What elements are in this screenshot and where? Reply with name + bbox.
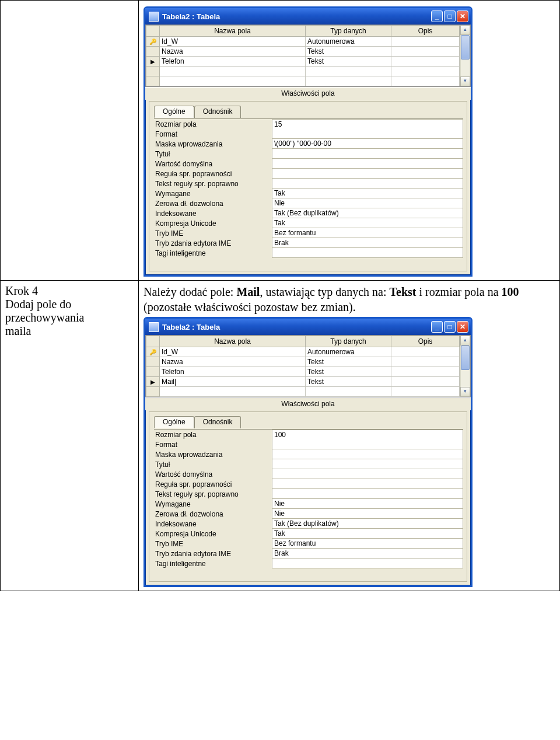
scroll-up-icon[interactable]: ▴	[460, 336, 470, 345]
cell-desc[interactable]	[391, 367, 460, 377]
property-value[interactable]	[272, 129, 463, 139]
cell-name[interactable]: Mail|	[160, 377, 306, 387]
cell-desc[interactable]	[391, 76, 460, 86]
col-header-0[interactable]: Nazwa pola	[160, 26, 306, 37]
property-row[interactable]: Maska wprowadzania	[154, 449, 463, 459]
row-selector[interactable]	[146, 67, 160, 76]
row-selector[interactable]: ▶	[146, 377, 160, 387]
cell-name[interactable]: Id_W	[160, 347, 306, 357]
cell-type[interactable]: Autonumerowa	[306, 37, 391, 47]
cell-name[interactable]	[160, 76, 306, 86]
cell-type[interactable]	[306, 387, 391, 397]
property-value[interactable]: Brak	[272, 549, 463, 559]
property-value[interactable]	[272, 469, 463, 479]
property-row[interactable]: Tytuł	[154, 459, 463, 469]
maximize-button[interactable]: □	[444, 11, 456, 22]
tab-general[interactable]: Ogólne	[154, 106, 194, 118]
property-value[interactable]: Nie	[272, 198, 463, 208]
cell-type[interactable]	[306, 67, 391, 76]
cell-desc[interactable]	[391, 47, 460, 57]
property-row[interactable]: Format	[154, 129, 463, 139]
cell-type[interactable]	[306, 76, 391, 86]
property-value[interactable]	[272, 489, 463, 499]
property-row[interactable]: Indeksowane Tak (Bez duplikatów)	[154, 519, 463, 529]
scroll-down-icon[interactable]: ▾	[460, 387, 470, 397]
col-header-0[interactable]: Nazwa pola	[160, 336, 306, 347]
property-row[interactable]: Tryb zdania edytora IME Brak	[154, 549, 463, 559]
property-row[interactable]: Wartość domyślna	[154, 159, 463, 169]
property-row[interactable]: Wymagane Nie	[154, 499, 463, 509]
property-row[interactable]: Reguła spr. poprawności	[154, 169, 463, 179]
field-grid[interactable]: Nazwa polaTyp danychOpis 🔑 Id_W Autonume…	[146, 336, 460, 397]
property-value[interactable]: Nie	[272, 499, 463, 509]
tab-lookup[interactable]: Odnośnik	[194, 416, 242, 428]
table-row[interactable]	[146, 387, 460, 397]
property-value[interactable]	[272, 479, 463, 489]
row-selector[interactable]: 🔑	[146, 347, 160, 357]
cell-desc[interactable]	[391, 67, 460, 76]
cell-name[interactable]: Id_W	[160, 37, 306, 47]
property-value[interactable]: Tak	[272, 218, 463, 228]
property-row[interactable]: Wartość domyślna	[154, 469, 463, 479]
scroll-up-icon[interactable]: ▴	[460, 25, 470, 35]
property-row[interactable]: Kompresja Unicode Tak	[154, 529, 463, 539]
property-row[interactable]: Format	[154, 439, 463, 449]
cell-desc[interactable]	[391, 377, 460, 387]
property-row[interactable]: Zerowa dł. dozwolona Nie	[154, 509, 463, 519]
property-row[interactable]: Tryb IME Bez formantu	[154, 228, 463, 238]
property-value[interactable]: Tak (Bez duplikatów)	[272, 208, 463, 218]
cell-desc[interactable]	[391, 387, 460, 397]
table-row[interactable]: Telefon Tekst	[146, 367, 460, 377]
property-row[interactable]: Tryb IME Bez formantu	[154, 539, 463, 549]
property-row[interactable]: Reguła spr. poprawności	[154, 479, 463, 489]
table-row[interactable]	[146, 76, 460, 86]
close-button[interactable]: ✕	[457, 321, 468, 333]
row-selector[interactable]	[146, 387, 160, 397]
cell-name[interactable]	[160, 67, 306, 76]
minimize-button[interactable]: _	[431, 11, 443, 22]
property-value[interactable]: Tak (Bez duplikatów)	[272, 519, 463, 529]
property-row[interactable]: Kompresja Unicode Tak	[154, 218, 463, 228]
table-row[interactable]	[146, 67, 460, 76]
property-value[interactable]: Brak	[272, 238, 463, 248]
cell-type[interactable]: Tekst	[306, 57, 391, 67]
table-row[interactable]: ▶ Telefon Tekst	[146, 57, 460, 67]
property-value[interactable]: 15	[272, 119, 463, 130]
col-header-1[interactable]: Typ danych	[306, 336, 391, 347]
row-selector[interactable]	[146, 367, 160, 377]
property-row[interactable]: Tekst reguły spr. poprawno	[154, 179, 463, 189]
maximize-button[interactable]: □	[444, 321, 456, 333]
row-selector[interactable]: 🔑	[146, 37, 160, 47]
col-header-1[interactable]: Typ danych	[306, 26, 391, 37]
cell-desc[interactable]	[391, 357, 460, 367]
table-row[interactable]: 🔑 Id_W Autonumerowa	[146, 347, 460, 357]
scroll-thumb[interactable]	[461, 345, 470, 370]
tab-general[interactable]: Ogólne	[154, 416, 194, 428]
scroll-thumb[interactable]	[461, 35, 470, 60]
row-selector[interactable]: ▶	[146, 57, 160, 67]
property-value[interactable]	[272, 159, 463, 169]
corner-header[interactable]	[146, 336, 160, 347]
property-value[interactable]: Tak	[272, 529, 463, 539]
property-value[interactable]	[272, 449, 463, 459]
property-value[interactable]: Tak	[272, 189, 463, 198]
cell-desc[interactable]	[391, 57, 460, 67]
cell-desc[interactable]	[391, 37, 460, 47]
property-value[interactable]	[272, 248, 463, 258]
property-value[interactable]: 100	[272, 430, 463, 440]
property-value[interactable]	[272, 439, 463, 449]
field-grid[interactable]: Nazwa polaTyp danychOpis 🔑 Id_W Autonume…	[146, 25, 460, 86]
cell-type[interactable]: Tekst	[306, 357, 391, 367]
property-value[interactable]	[272, 179, 463, 189]
tab-lookup[interactable]: Odnośnik	[194, 106, 242, 118]
property-row[interactable]: Rozmiar pola 100	[154, 430, 463, 439]
col-header-2[interactable]: Opis	[391, 26, 460, 37]
table-row[interactable]: Nazwa Tekst	[146, 47, 460, 57]
property-row[interactable]: Tytuł	[154, 149, 463, 159]
corner-header[interactable]	[146, 26, 160, 37]
row-selector[interactable]	[146, 357, 160, 367]
property-value[interactable]: Bez formantu	[272, 539, 463, 549]
property-value[interactable]: Nie	[272, 509, 463, 519]
vscrollbar[interactable]: ▴ ▾	[460, 336, 470, 397]
property-value[interactable]	[272, 559, 463, 568]
